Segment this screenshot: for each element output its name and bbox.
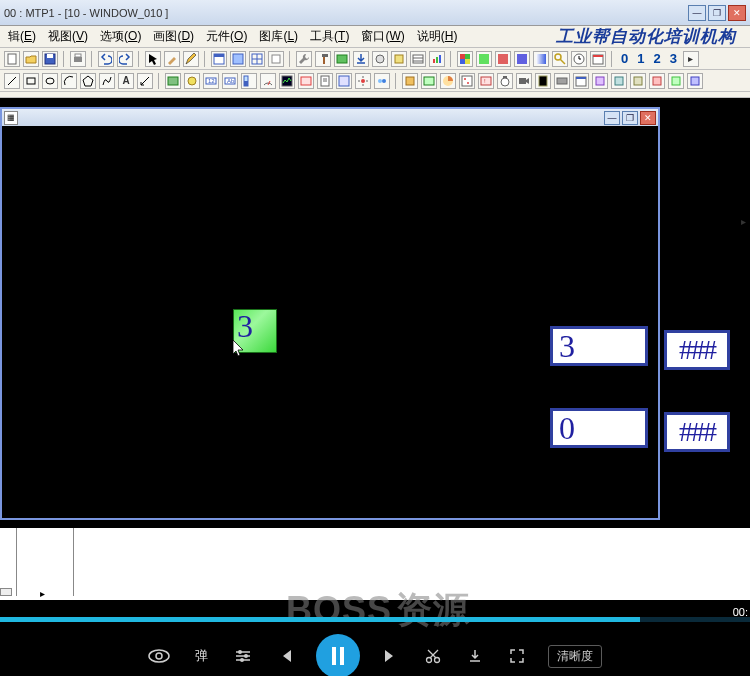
key-icon[interactable] — [552, 51, 568, 67]
redo-icon[interactable] — [117, 51, 133, 67]
plc-icon[interactable] — [554, 73, 570, 89]
menu-help[interactable]: 说明(H) — [413, 27, 462, 46]
pencil-icon[interactable] — [183, 51, 199, 67]
state-0[interactable]: 0 — [618, 51, 631, 66]
next-state-icon[interactable]: ▸ — [683, 51, 699, 67]
ascii-comp-icon[interactable]: Ab — [222, 73, 238, 89]
timeline-widget[interactable] — [0, 588, 12, 596]
palette1-icon[interactable] — [457, 51, 473, 67]
palette4-icon[interactable] — [514, 51, 530, 67]
polygon-icon[interactable] — [80, 73, 96, 89]
misc3-icon[interactable] — [630, 73, 646, 89]
line-icon[interactable] — [4, 73, 20, 89]
menu-tools[interactable]: 工具(T) — [306, 27, 353, 46]
palette2-icon[interactable] — [476, 51, 492, 67]
num-comp-icon[interactable]: 12 — [203, 73, 219, 89]
sim-icon[interactable] — [334, 51, 350, 67]
table-icon[interactable] — [410, 51, 426, 67]
chart-icon[interactable] — [429, 51, 445, 67]
pointer-icon[interactable] — [145, 51, 161, 67]
menu-edit[interactable]: 辑(E) — [4, 27, 40, 46]
new-icon[interactable] — [4, 51, 20, 67]
pie-comp-icon[interactable] — [440, 73, 456, 89]
download-icon[interactable] — [353, 51, 369, 67]
sim-restore-button[interactable]: ❐ — [622, 111, 638, 125]
undo-icon[interactable] — [98, 51, 114, 67]
gradient-icon[interactable] — [533, 51, 549, 67]
ellipse-icon[interactable] — [42, 73, 58, 89]
curve-icon[interactable] — [99, 73, 115, 89]
calendar-icon[interactable] — [590, 51, 606, 67]
save-icon[interactable] — [42, 51, 58, 67]
download-video-icon[interactable] — [464, 645, 486, 667]
timeline-handle[interactable]: ▸ — [40, 588, 45, 599]
schedule-icon[interactable] — [573, 73, 589, 89]
layer-icon[interactable] — [268, 51, 284, 67]
trend-comp-icon[interactable] — [279, 73, 295, 89]
misc5-icon[interactable] — [668, 73, 684, 89]
palette3-icon[interactable] — [495, 51, 511, 67]
panel-icon[interactable] — [230, 51, 246, 67]
wrench-icon[interactable] — [296, 51, 312, 67]
script-icon[interactable] — [535, 73, 551, 89]
state-1[interactable]: 1 — [634, 51, 647, 66]
misc1-icon[interactable] — [592, 73, 608, 89]
menu-view[interactable]: 视图(V) — [44, 27, 92, 46]
xy-comp-icon[interactable] — [459, 73, 475, 89]
minimize-button[interactable]: — — [688, 5, 706, 21]
danmu-button[interactable]: 弹 — [190, 645, 212, 667]
print-icon[interactable] — [70, 51, 86, 67]
indirect-icon[interactable] — [336, 73, 352, 89]
pause-button[interactable] — [316, 634, 360, 676]
restore-button[interactable]: ❐ — [708, 5, 726, 21]
lamp-comp-icon[interactable] — [184, 73, 200, 89]
menu-window[interactable]: 窗口(W) — [357, 27, 408, 46]
rect-icon[interactable] — [23, 73, 39, 89]
video-progress[interactable] — [0, 617, 750, 622]
recipe-comp-icon[interactable] — [317, 73, 333, 89]
window-icon[interactable] — [211, 51, 227, 67]
tool-icon[interactable] — [372, 51, 388, 67]
state-2[interactable]: 2 — [650, 51, 663, 66]
menu-library[interactable]: 图库(L) — [255, 27, 302, 46]
move-comp-icon[interactable] — [355, 73, 371, 89]
close-button[interactable]: ✕ — [728, 5, 746, 21]
animation-icon[interactable] — [374, 73, 390, 89]
text-icon[interactable]: A — [118, 73, 134, 89]
fullscreen-icon[interactable] — [506, 645, 528, 667]
next-track-icon[interactable] — [380, 645, 402, 667]
cut-icon[interactable] — [422, 645, 444, 667]
menu-option[interactable]: 选项(O) — [96, 27, 145, 46]
alarm-comp-icon[interactable] — [298, 73, 314, 89]
numeric-template-1[interactable]: ### — [664, 330, 730, 370]
data-block-icon[interactable] — [402, 73, 418, 89]
sim-canvas[interactable]: 3 3 0 — [2, 126, 658, 518]
menu-element[interactable]: 元件(O) — [202, 27, 251, 46]
state-3[interactable]: 3 — [667, 51, 680, 66]
misc6-icon[interactable] — [687, 73, 703, 89]
arc-icon[interactable] — [61, 73, 77, 89]
menu-draw[interactable]: 画图(D) — [149, 27, 198, 46]
video-comp-icon[interactable] — [516, 73, 532, 89]
brush-icon[interactable] — [164, 51, 180, 67]
scale-icon[interactable] — [137, 73, 153, 89]
settings-icon[interactable] — [232, 645, 254, 667]
event-comp-icon[interactable]: ! — [478, 73, 494, 89]
open-icon[interactable] — [23, 51, 39, 67]
misc4-icon[interactable] — [649, 73, 665, 89]
hammer-icon[interactable] — [315, 51, 331, 67]
timer-comp-icon[interactable] — [497, 73, 513, 89]
clock-icon[interactable] — [571, 51, 587, 67]
prev-track-icon[interactable] — [274, 645, 296, 667]
visibility-icon[interactable] — [148, 645, 170, 667]
config-icon[interactable] — [391, 51, 407, 67]
sim-minimize-button[interactable]: — — [604, 111, 620, 125]
numeric-display-2[interactable]: 0 — [550, 408, 648, 448]
numeric-template-2[interactable]: ### — [664, 412, 730, 452]
sim-close-button[interactable]: ✕ — [640, 111, 656, 125]
numeric-display-1[interactable]: 3 — [550, 326, 648, 366]
history-icon[interactable] — [421, 73, 437, 89]
meter-comp-icon[interactable] — [260, 73, 276, 89]
btn-comp-icon[interactable] — [165, 73, 181, 89]
quality-button[interactable]: 清晰度 — [548, 645, 602, 668]
